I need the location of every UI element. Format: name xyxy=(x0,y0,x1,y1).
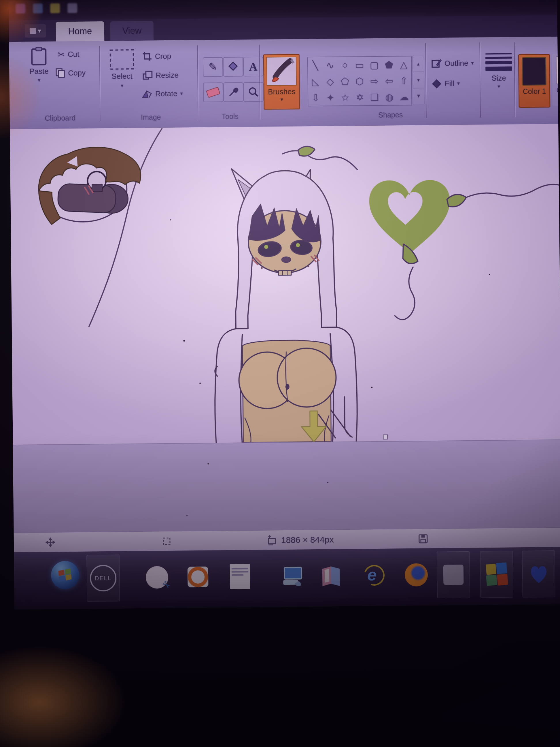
canvas-size-text: 1886 × 844px xyxy=(281,535,334,545)
paint-menu-icon xyxy=(30,28,36,34)
photo-viewer-icon xyxy=(319,564,343,587)
shapes-scroll-down[interactable]: ▾ xyxy=(412,72,424,88)
taskbar-item-document-app[interactable] xyxy=(223,553,257,600)
shape-pentagon[interactable]: ⬠ xyxy=(338,73,353,89)
shape-rounded-rectangle[interactable]: ▢ xyxy=(367,57,382,73)
paint-window: ▾ Home View Paste ▾ ✂ Cut xyxy=(9,0,560,610)
taskbar-item-computer[interactable] xyxy=(276,553,310,599)
eraser-icon xyxy=(206,87,220,98)
brush-icon xyxy=(266,57,297,86)
shape-down-arrow[interactable]: ⇩ xyxy=(308,89,323,106)
drawing-canvas[interactable] xyxy=(10,124,560,445)
undo-icon[interactable] xyxy=(50,3,60,13)
fill-icon xyxy=(431,79,442,88)
outline-icon xyxy=(431,58,442,68)
magnifier-icon xyxy=(248,86,259,97)
taskbar-item-internet-explorer[interactable]: e xyxy=(358,552,391,599)
copy-button[interactable]: Copy xyxy=(55,68,85,78)
taskbar-item-app-blue[interactable] xyxy=(522,550,555,597)
chevron-down-icon: ▾ xyxy=(180,90,183,97)
shape-oval[interactable]: ○ xyxy=(337,57,352,73)
shape-right-triangle[interactable]: ◺ xyxy=(308,74,323,89)
scissors-icon: ✂ xyxy=(58,49,65,59)
taskbar: DELL ✂ xyxy=(14,547,560,610)
taskbar-item-photo-viewer[interactable] xyxy=(315,552,347,599)
shape-fill-button[interactable]: Fill ▾ xyxy=(431,78,460,88)
shape-right-arrow[interactable]: ⇨ xyxy=(367,73,382,89)
magnifier-tool[interactable] xyxy=(243,82,264,102)
shape-outline-button[interactable]: Outline ▾ xyxy=(431,58,474,68)
taskbar-item-firefox[interactable] xyxy=(400,551,433,598)
color-picker-tool[interactable] xyxy=(223,82,244,102)
document-icon xyxy=(230,564,250,589)
eraser-tool[interactable] xyxy=(203,82,223,102)
paste-button[interactable]: Paste ▾ xyxy=(29,47,49,83)
photo-of-laptop-screen: ▾ Home View Paste ▾ ✂ Cut xyxy=(0,0,560,747)
canvas-size-icon xyxy=(267,535,277,545)
clipboard-group-label: Clipboard xyxy=(28,113,92,123)
chevron-down-icon: ▾ xyxy=(121,82,123,89)
rotate-button[interactable]: Rotate ▾ xyxy=(141,88,183,99)
shape-diamond[interactable]: ◇ xyxy=(323,73,338,89)
shapes-scroll-up[interactable]: ▴ xyxy=(412,56,424,72)
canvas-drawing xyxy=(10,124,560,445)
shapes-group-label: Shapes xyxy=(359,110,422,119)
chevron-down-icon: ▾ xyxy=(38,27,41,34)
corner-head-doodle xyxy=(38,147,141,225)
taskbar-item-dell[interactable]: DELL xyxy=(86,555,120,602)
pencil-tool[interactable]: ✎ xyxy=(203,57,223,77)
select-button[interactable]: Select ▾ xyxy=(109,49,135,89)
cut-button[interactable]: ✂ Cut xyxy=(58,49,80,60)
taskbar-item-snipping-tool[interactable]: ✂ xyxy=(140,554,174,600)
shape-five-point-star[interactable]: ☆ xyxy=(338,89,353,105)
taskbar-item-app-orange[interactable] xyxy=(182,553,214,600)
pencil-icon: ✎ xyxy=(209,61,217,73)
fill-tool[interactable] xyxy=(223,57,243,77)
file-size-disk-icon xyxy=(418,534,428,544)
dust-speck xyxy=(371,387,372,388)
text-tool[interactable]: A xyxy=(243,57,264,77)
shapes-more-button[interactable]: ▼ xyxy=(413,88,425,104)
shape-oval-callout[interactable]: ◍ xyxy=(382,89,397,105)
group-separator xyxy=(514,42,515,117)
dust-speck xyxy=(183,340,185,341)
paint-app-icon[interactable] xyxy=(16,4,25,14)
paint-menu-button[interactable]: ▾ xyxy=(25,24,46,38)
firefox-icon xyxy=(405,563,428,587)
brushes-button[interactable]: Brushes ▾ xyxy=(263,54,300,110)
group-separator xyxy=(197,45,198,120)
resize-button[interactable]: Resize xyxy=(142,70,179,80)
canvas-resize-handle[interactable] xyxy=(383,435,388,439)
taskbar-item-app-colorful[interactable] xyxy=(480,551,513,598)
save-icon[interactable] xyxy=(33,3,43,13)
blue-app-icon xyxy=(527,562,551,586)
dust-speck xyxy=(327,482,328,483)
taskbar-item-app-tile[interactable] xyxy=(437,551,470,598)
shape-hexagon[interactable]: ⬡ xyxy=(352,73,367,89)
redo-icon[interactable] xyxy=(68,3,77,13)
shape-four-point-star[interactable]: ✦ xyxy=(323,89,338,105)
dust-speck xyxy=(207,463,209,465)
chevron-down-icon: ▾ xyxy=(38,77,40,83)
shape-rounded-callout[interactable]: ❏ xyxy=(367,89,382,105)
shape-triangle[interactable]: △ xyxy=(396,56,411,73)
chevron-down-icon: ▾ xyxy=(471,60,474,66)
shape-six-point-star[interactable]: ✡ xyxy=(352,89,367,105)
shape-polygon[interactable]: ⬟ xyxy=(382,56,397,73)
shape-line[interactable]: ╲ xyxy=(308,57,323,74)
shape-rectangle[interactable]: ▭ xyxy=(352,57,367,73)
color1-label: Color 1 xyxy=(522,87,547,96)
tab-view[interactable]: View xyxy=(110,21,154,41)
tab-home[interactable]: Home xyxy=(56,21,105,42)
shape-curve[interactable]: ∿ xyxy=(323,57,338,73)
color2-button[interactable]: Color 2 xyxy=(552,54,560,106)
work-area xyxy=(10,124,560,533)
color1-button[interactable]: Color 1 xyxy=(518,54,551,108)
start-button[interactable] xyxy=(51,561,80,589)
shape-cloud-callout[interactable]: ☁ xyxy=(397,89,412,105)
cursor-position-icon xyxy=(46,538,55,547)
shape-up-arrow[interactable]: ⇧ xyxy=(396,73,411,89)
size-button[interactable]: Size ▾ xyxy=(485,51,512,89)
shape-left-arrow[interactable]: ⇦ xyxy=(382,73,397,89)
crop-button[interactable]: Crop xyxy=(142,51,171,61)
